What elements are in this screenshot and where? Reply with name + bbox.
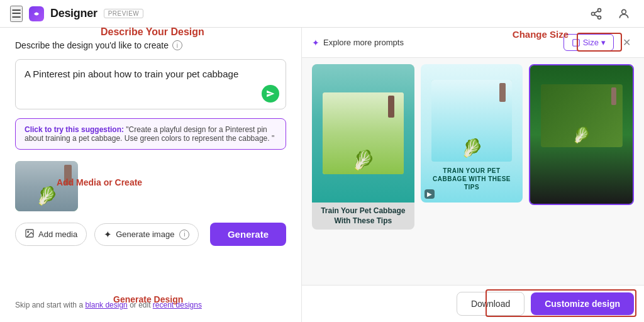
media-preview-inner: 🥬 — [15, 161, 78, 211]
svg-point-2 — [598, 16, 601, 19]
prompt-input-area[interactable]: A Pinterest pin about how to train your … — [15, 59, 286, 109]
design-card-3[interactable]: 🥬 TRAIN YOUR PET CABBAGE WITH THESE TIPS — [529, 64, 634, 205]
svg-line-3 — [594, 14, 598, 16]
customize-button[interactable]: Customize design — [531, 292, 634, 315]
app-logo — [29, 6, 44, 21]
generate-button[interactable]: Generate — [210, 223, 286, 246]
design-card-2[interactable]: 🥬 TRAIN YOUR PET CABBAGE WITH THESE TIPS… — [421, 64, 523, 203]
suggestion-click-text: Click to try this suggestion: — [25, 125, 124, 134]
share-button[interactable] — [586, 4, 606, 24]
size-label: Size — [583, 38, 599, 47]
action-bar: Download Customize design — [302, 285, 644, 322]
card-1-caption: Train Your Pet Cabbage With These Tips — [312, 203, 414, 230]
card-2-image: 🥬 TRAIN YOUR PET CABBAGE WITH THESE TIPS… — [421, 64, 523, 203]
add-media-icon — [25, 228, 35, 240]
add-media-label: Add media — [38, 230, 77, 239]
card-1-photo: 🥬 — [323, 92, 403, 174]
cabbage-sim-1: 🥬 — [323, 92, 403, 174]
image-gallery: 🥬 Train Your Pet Cabbage With These Tips… — [302, 58, 644, 285]
hamburger-menu[interactable]: ☰ — [10, 6, 23, 22]
send-icon[interactable] — [262, 85, 279, 103]
bottom-toolbar: Add media ✦ Generate image i Generate — [15, 223, 286, 246]
blank-design-link[interactable]: blank design — [85, 301, 127, 309]
size-button[interactable]: Size ▾ — [564, 34, 614, 51]
left-panel: Describe Your Design Describe the design… — [0, 28, 302, 322]
card-1-image: 🥬 — [312, 64, 414, 203]
preview-badge: PREVIEW — [104, 9, 144, 18]
account-button[interactable] — [614, 4, 634, 24]
close-button[interactable]: ✕ — [619, 35, 634, 50]
nav-left: ☰ Designer PREVIEW — [10, 6, 143, 22]
info-icon[interactable]: i — [172, 40, 182, 50]
sparkle-icon: ✦ — [312, 38, 319, 48]
nav-bar: ☰ Designer PREVIEW — [0, 0, 644, 28]
design-card-1[interactable]: 🥬 Train Your Pet Cabbage With These Tips — [312, 64, 414, 230]
explore-label: Explore more prompts — [323, 38, 404, 47]
card-3-image: 🥬 TRAIN YOUR PET CABBAGE WITH THESE TIPS — [530, 65, 633, 204]
recent-designs-link[interactable]: recent designs — [153, 301, 202, 309]
svg-rect-8 — [572, 39, 579, 46]
annotation-describe: Describe Your Design — [101, 26, 204, 38]
explore-prompts: ✦ Explore more prompts — [312, 38, 404, 48]
app-title: Designer — [50, 7, 97, 20]
download-button[interactable]: Download — [457, 292, 525, 316]
right-header: ✦ Explore more prompts Size ▾ ✕ — [302, 28, 644, 58]
main-layout: Describe Your Design Describe the design… — [0, 28, 644, 322]
svg-point-1 — [592, 12, 595, 15]
right-panel: Change Size ✦ Explore more prompts Size … — [302, 28, 644, 322]
svg-point-7 — [28, 231, 29, 233]
describe-label: Describe the design you'd like to create… — [15, 40, 286, 50]
svg-point-5 — [622, 9, 626, 14]
generate-image-label: Generate image — [116, 230, 174, 239]
media-preview-image: 🥬 — [15, 161, 78, 211]
gen-info-icon[interactable]: i — [179, 230, 189, 240]
suggestion-box[interactable]: Click to try this suggestion: "Create a … — [15, 118, 286, 150]
footer-links: Skip and start with a blank design or ed… — [15, 301, 286, 309]
generate-image-button[interactable]: ✦ Generate image i — [94, 223, 199, 246]
prompt-text[interactable]: A Pinterest pin about how to train your … — [25, 67, 252, 82]
svg-point-0 — [598, 8, 601, 11]
video-badge: ▶ — [425, 189, 435, 199]
sparkle-icon-2: ✦ — [104, 229, 112, 240]
svg-line-4 — [594, 11, 598, 13]
chevron-down-icon: ▾ — [601, 38, 606, 47]
add-media-button[interactable]: Add media — [15, 223, 87, 246]
nav-right — [586, 4, 634, 24]
card-2-caption: TRAIN YOUR PET CABBAGE WITH THESE TIPS — [427, 162, 517, 196]
